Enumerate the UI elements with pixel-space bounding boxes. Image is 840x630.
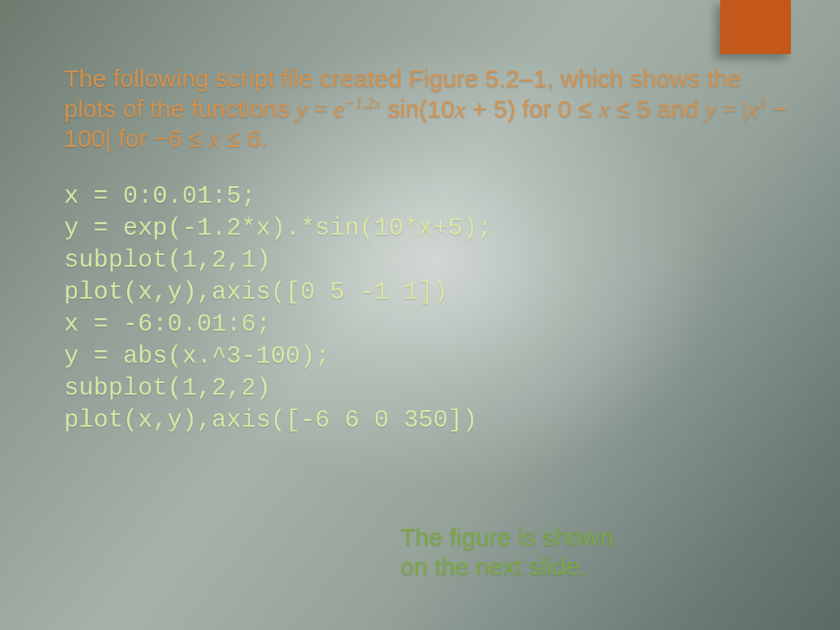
var-x: x [454,95,465,122]
desc-part: ≤ 6. [220,125,267,152]
eq-sign: = | [716,95,747,122]
cube-sup: 3 [758,94,765,112]
code-line: plot(x,y),axis([0 5 -1 1]) [64,278,448,306]
var-x: x [747,95,758,122]
exp-text: −1.2x [345,94,381,112]
var-x: x [209,125,220,152]
var-y: y [297,95,308,122]
code-line: subplot(1,2,2) [64,374,271,402]
var-e: e [334,95,345,122]
var-y: y [705,95,716,122]
slide-content: The following script file created Figure… [64,64,799,436]
code-line: x = 0:0.01:5; [64,182,256,210]
footer-line-1: The figure is shown [400,523,614,553]
code-line: x = -6:0.01:6; [64,310,271,338]
code-block: x = 0:0.01:5; y = exp(-1.2*x).*sin(10*x+… [64,180,799,436]
desc-part: + 5) for 0 ≤ [466,95,599,122]
accent-rectangle [720,0,791,54]
eq-sign: = [308,95,334,122]
code-line: plot(x,y),axis([-6 6 0 350]) [64,406,477,434]
var-x: x [599,95,609,122]
slide: The following script file created Figure… [0,0,840,630]
code-line: y = exp(-1.2*x).*sin(10*x+5); [64,214,492,242]
desc-part: sin(10 [381,95,454,122]
description-text: The following script file created Figure… [64,64,799,154]
footer-line-2: on the next slide. [400,552,614,582]
code-line: y = abs(x.^3-100); [64,342,330,370]
code-line: subplot(1,2,1) [64,246,271,274]
desc-part: ≤ 5 and [609,95,705,122]
footer-note: The figure is shown on the next slide. [400,523,614,582]
